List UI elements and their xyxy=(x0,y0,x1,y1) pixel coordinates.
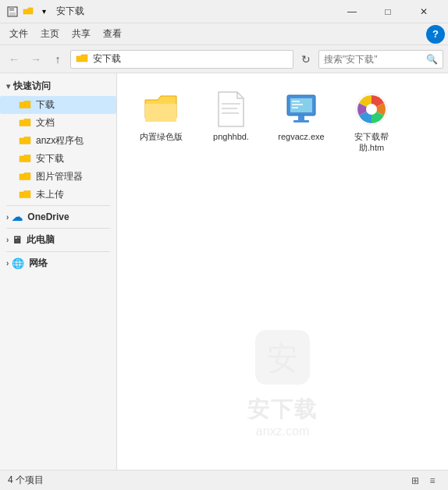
menu-bar: 文件 主页 共享 查看 ? xyxy=(0,23,448,45)
sidebar-divider-3 xyxy=(6,251,110,252)
status-bar: 4 个项目 ⊞ ≡ xyxy=(0,470,448,490)
sidebar-onedrive-header[interactable]: › ☁ OneDrive xyxy=(0,208,116,226)
sidebar-pc-label: 此电脑 xyxy=(27,233,55,247)
file-item-folder[interactable]: 内置绿色版 xyxy=(130,86,192,158)
sidebar-divider-2 xyxy=(6,228,110,229)
folder-address-icon xyxy=(76,53,88,66)
address-bar[interactable]: 安下载 xyxy=(70,50,293,69)
watermark-text: 安下载 xyxy=(247,395,318,424)
title-bar-save-icon xyxy=(6,5,19,18)
svg-rect-2 xyxy=(9,12,16,16)
folder-icon xyxy=(19,171,31,183)
svg-rect-14 xyxy=(293,120,309,123)
svg-rect-6 xyxy=(222,108,237,109)
folder-icon xyxy=(19,153,31,165)
sidebar-divider-1 xyxy=(6,205,110,206)
sidebar-item-upload-label: 未上传 xyxy=(36,188,64,201)
search-input[interactable] xyxy=(324,54,426,65)
doc-file-icon xyxy=(212,91,250,128)
svg-point-16 xyxy=(366,104,377,115)
file-label: pnghhbd. xyxy=(213,131,249,142)
content-area: 安 安下载 anxz.com 内置绿色版 xyxy=(117,73,448,470)
file-grid: 内置绿色版 pnghhbd. xyxy=(117,73,448,171)
svg-text:安: 安 xyxy=(267,341,298,375)
sidebar-network-header[interactable]: › 🌐 网络 xyxy=(0,254,116,273)
watermark-icon: 安 xyxy=(251,326,314,389)
view-grid-button[interactable]: ⊞ xyxy=(407,473,423,488)
sidebar-quick-access: ▾ 快速访问 下载 文档 anzx程序包 xyxy=(0,76,116,204)
chevron-right-icon: › xyxy=(6,213,9,222)
menu-view[interactable]: 查看 xyxy=(97,24,128,44)
sidebar-network: › 🌐 网络 xyxy=(0,254,116,273)
title-bar-folder-icon xyxy=(22,5,34,18)
sidebar-onedrive: › ☁ OneDrive xyxy=(0,208,116,226)
sidebar-pc-header[interactable]: › 🖥 此电脑 xyxy=(0,230,116,250)
watermark-url: anxz.com xyxy=(256,424,309,439)
menu-share[interactable]: 共享 xyxy=(66,24,97,44)
close-button[interactable]: ✕ xyxy=(406,0,442,23)
title-bar-icons: ▾ xyxy=(6,5,50,18)
address-folder-name: 安下载 xyxy=(93,52,121,66)
file-item-htm[interactable]: 安下载帮助.htm xyxy=(340,86,403,158)
sidebar-pc: › 🖥 此电脑 xyxy=(0,230,116,250)
chevron-down-icon: ▾ xyxy=(6,82,10,91)
minimize-button[interactable]: — xyxy=(334,0,370,23)
watermark: 安 安下载 anxz.com xyxy=(247,326,318,439)
sidebar-item-photos[interactable]: 图片管理器 xyxy=(0,168,116,186)
pc-icon: 🖥 xyxy=(12,234,22,246)
folder-icon xyxy=(19,117,31,130)
view-list-button[interactable]: ≡ xyxy=(425,473,440,488)
refresh-button[interactable]: ↻ xyxy=(297,50,315,69)
exe-file-icon xyxy=(283,91,320,128)
search-box[interactable]: 🔍 xyxy=(318,50,443,69)
chevron-right-icon-pc: › xyxy=(6,236,9,244)
folder-file-icon xyxy=(142,91,180,128)
sidebar-item-photos-label: 图片管理器 xyxy=(36,170,83,183)
htm-file-icon xyxy=(353,91,390,128)
title-bar-title: 安下载 xyxy=(56,5,334,18)
sidebar-item-anzx-label: anzx程序包 xyxy=(36,134,84,147)
svg-rect-9 xyxy=(290,98,312,112)
sidebar-quick-access-header[interactable]: ▾ 快速访问 xyxy=(0,76,116,96)
svg-rect-5 xyxy=(222,103,240,105)
maximize-button[interactable]: □ xyxy=(370,0,406,23)
status-view-buttons: ⊞ ≡ xyxy=(407,473,440,488)
help-button[interactable]: ? xyxy=(426,25,445,44)
sidebar-item-download-label: 下载 xyxy=(36,98,55,112)
folder-icon xyxy=(19,99,31,112)
svg-rect-7 xyxy=(222,112,239,114)
network-icon: 🌐 xyxy=(12,257,24,269)
sidebar-item-docs-label: 文档 xyxy=(36,116,55,130)
back-button[interactable]: ← xyxy=(5,50,23,69)
file-label: regvacz.exe xyxy=(278,131,324,142)
up-button[interactable]: ↑ xyxy=(48,50,67,69)
sidebar-network-label: 网络 xyxy=(29,257,48,270)
svg-rect-3 xyxy=(255,330,310,385)
sidebar-item-download[interactable]: 下载 xyxy=(0,96,116,114)
file-label: 安下载帮助.htm xyxy=(343,131,400,154)
title-bar-down-icon: ▾ xyxy=(37,5,50,18)
folder-icon xyxy=(19,135,31,147)
svg-rect-1 xyxy=(9,7,14,11)
svg-rect-13 xyxy=(298,115,304,120)
sidebar-item-upload[interactable]: 未上传 xyxy=(0,186,116,204)
file-label: 内置绿色版 xyxy=(140,131,183,142)
search-icon[interactable]: 🔍 xyxy=(426,54,438,65)
menu-home[interactable]: 主页 xyxy=(34,24,66,44)
sidebar: ▾ 快速访问 下载 文档 anzx程序包 xyxy=(0,73,117,470)
sidebar-item-docs[interactable]: 文档 xyxy=(0,114,116,132)
file-item-exe[interactable]: regvacz.exe xyxy=(270,86,332,158)
address-breadcrumb: 安下载 xyxy=(76,52,121,66)
forward-button[interactable]: → xyxy=(27,50,45,69)
sidebar-item-anzx[interactable]: anzx程序包 xyxy=(0,132,116,150)
nav-bar: ← → ↑ 安下载 ↻ 🔍 xyxy=(0,45,448,73)
main-layout: ▾ 快速访问 下载 文档 anzx程序包 xyxy=(0,73,448,470)
sidebar-onedrive-label: OneDrive xyxy=(27,211,69,222)
menu-file[interactable]: 文件 xyxy=(3,24,34,44)
status-item-count: 4 个项目 xyxy=(8,474,44,487)
title-bar-controls: — □ ✕ xyxy=(334,0,442,23)
title-bar: ▾ 安下载 — □ ✕ xyxy=(0,0,448,23)
file-item-doc[interactable]: pnghhbd. xyxy=(200,86,262,158)
sidebar-item-anxz[interactable]: 安下载 xyxy=(0,150,116,168)
folder-icon xyxy=(19,189,31,201)
